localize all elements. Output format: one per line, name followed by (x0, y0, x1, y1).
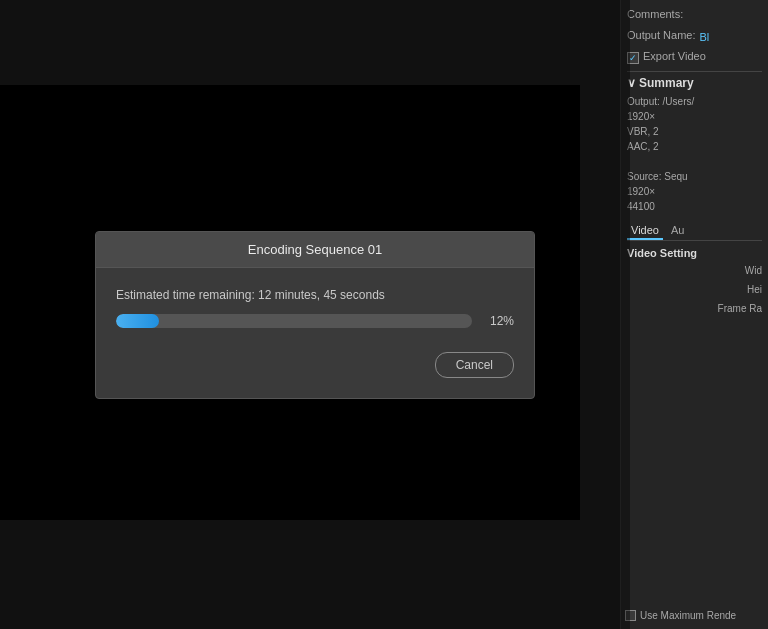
comments-label: Comments: (627, 8, 683, 20)
progress-percent-label: 12% (482, 314, 514, 328)
tab-video[interactable]: Video (627, 222, 663, 240)
progress-row: 12% (116, 314, 514, 328)
output-detail3: AAC, 2 (627, 141, 659, 152)
output-name-value: Bl (699, 31, 709, 43)
export-video-row[interactable]: ✓ Export Video (627, 50, 762, 65)
output-detail1: 1920× (627, 111, 655, 122)
modal-footer: Cancel (116, 348, 514, 382)
output-value: /Users/ (663, 96, 695, 107)
summary-content: Output: /Users/ 1920× VBR, 2 AAC, 2 Sour… (627, 94, 762, 214)
progress-bar-fill (116, 314, 159, 328)
summary-section: ∨ Summary Output: /Users/ 1920× VBR, 2 A… (627, 76, 762, 214)
cancel-button[interactable]: Cancel (435, 352, 514, 378)
summary-title-text: Summary (639, 76, 694, 90)
tab-audio[interactable]: Au (667, 222, 688, 240)
progress-bar-background (116, 314, 472, 328)
modal-body: Estimated time remaining: 12 minutes, 45… (96, 268, 534, 398)
framerate-label: Frame Ra (627, 303, 762, 314)
output-name-label: Output Name: (627, 29, 695, 41)
video-settings-section: Video Setting Wid Hei Frame Ra (627, 247, 762, 314)
source-value: Sequ (664, 171, 687, 182)
video-settings-label: Video Setting (627, 247, 762, 259)
width-label: Wid (627, 265, 762, 276)
tabs-row: Video Au (627, 222, 762, 241)
modal-titlebar: Encoding Sequence 01 (96, 232, 534, 268)
use-max-render-label: Use Maximum Rende (640, 610, 736, 621)
time-remaining-text: Estimated time remaining: 12 minutes, 45… (116, 288, 514, 302)
source-label: Source: (627, 171, 661, 182)
output-detail2: VBR, 2 (627, 126, 659, 137)
export-video-label: Export Video (643, 50, 706, 62)
source-detail2: 44100 (627, 201, 655, 212)
summary-title-row: ∨ Summary (627, 76, 762, 90)
height-label: Hei (627, 284, 762, 295)
encoding-dialog: Encoding Sequence 01 Estimated time rema… (95, 231, 535, 399)
modal-overlay: Encoding Sequence 01 Estimated time rema… (0, 0, 630, 629)
modal-title-text: Encoding Sequence 01 (248, 242, 382, 257)
source-detail1: 1920× (627, 186, 655, 197)
bottom-row: Use Maximum Rende (625, 610, 764, 621)
checkbox-checkmark: ✓ (629, 53, 637, 63)
divider-1 (627, 71, 762, 72)
right-panel: Comments: Output Name: Bl ✓ Export Video… (620, 0, 768, 629)
output-label: Output: (627, 96, 660, 107)
comments-row: Comments: (627, 8, 762, 23)
output-name-row: Output Name: Bl (627, 29, 762, 44)
